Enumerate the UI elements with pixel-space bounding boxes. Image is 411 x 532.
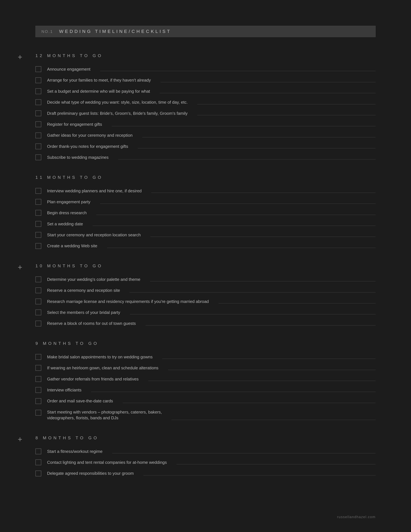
item-underline <box>100 71 375 71</box>
section-11-months: 11 MONTHS TO GOInterview wedding planner… <box>36 175 375 249</box>
item-text: Draft preliminary guest lists: Bride's, … <box>47 110 188 116</box>
checkbox[interactable] <box>36 77 41 83</box>
plus-icon-10-months[interactable]: + <box>18 263 22 271</box>
item-underline <box>130 292 375 293</box>
header-title: No.1 WEDDING TIMELINE/CHECKLIST <box>41 29 171 34</box>
section-12-months: +12 MONTHS TO GOAnnounce engagementArran… <box>36 53 375 161</box>
checkbox[interactable] <box>36 188 41 194</box>
item-underline <box>123 403 375 403</box>
item-underline <box>160 82 375 82</box>
list-item: Arrange for your families to meet, if th… <box>36 77 375 83</box>
list-item: Start meeting with vendors – photographe… <box>36 409 375 421</box>
item-text: Determine your wedding's color palette a… <box>47 276 140 282</box>
checkbox[interactable] <box>36 321 41 326</box>
footer-text: russellandhazel.com <box>337 515 375 519</box>
plus-icon-12-months[interactable]: + <box>18 53 22 61</box>
checkbox[interactable] <box>36 210 41 216</box>
list-item: Subscribe to wedding magazines <box>36 154 375 160</box>
item-text: Announce engagement <box>47 66 90 72</box>
checkbox[interactable] <box>36 299 41 304</box>
list-item: Register for engagement gifts <box>36 121 375 127</box>
checkbox[interactable] <box>36 471 41 476</box>
item-underline <box>142 137 375 137</box>
list-item: Research marriage license and residency … <box>36 299 375 304</box>
item-underline <box>150 281 375 281</box>
item-text: Set a wedding date <box>47 221 83 227</box>
list-item: Start a fitness/workout regime <box>36 448 375 454</box>
checkbox[interactable] <box>36 110 41 116</box>
checkbox[interactable] <box>36 398 41 404</box>
checkbox[interactable] <box>36 410 41 416</box>
item-text: Make bridal salon appointments to try on… <box>47 354 153 360</box>
checkbox[interactable] <box>36 287 41 293</box>
list-item: Interview wedding planners and hire one,… <box>36 188 375 194</box>
checkbox[interactable] <box>36 365 41 371</box>
checkbox[interactable] <box>36 354 41 360</box>
checkbox[interactable] <box>36 143 41 149</box>
page: No.1 WEDDING TIMELINE/CHECKLIST +12 MONT… <box>0 0 411 532</box>
section-header-12-months: 12 MONTHS TO GO <box>36 53 375 58</box>
item-text: Interview wedding planners and hire one,… <box>47 188 142 194</box>
section-header-11-months: 11 MONTHS TO GO <box>36 175 375 180</box>
header-bar: No.1 WEDDING TIMELINE/CHECKLIST <box>36 26 375 37</box>
item-underline <box>151 193 375 193</box>
item-underline <box>100 204 375 204</box>
list-item: Gather ideas for your ceremony and recep… <box>36 132 375 138</box>
item-text: If wearing an heirloom gown, clean and s… <box>47 365 159 371</box>
item-text: Research marriage license and residency … <box>47 299 209 304</box>
item-text: Contact lighting and tent rental compani… <box>47 459 167 465</box>
checkbox[interactable] <box>36 133 41 138</box>
list-item: Delegate agreed responsibilities to your… <box>36 470 375 476</box>
item-text: Create a wedding Web site <box>47 243 97 249</box>
checkbox[interactable] <box>36 276 41 282</box>
list-item: Set a budget and determine who will be p… <box>36 88 375 94</box>
checkbox[interactable] <box>36 243 41 249</box>
section-header-9-months: 9 MONTHS TO GO <box>36 341 375 346</box>
checkbox[interactable] <box>36 459 41 465</box>
item-text: Subscribe to wedding magazines <box>47 154 109 160</box>
item-text: Start your ceremony and reception locati… <box>47 232 141 238</box>
section-8-months: +8 MONTHS TO GOStart a fitness/workout r… <box>36 436 375 476</box>
item-text: Reserve a ceremony and reception site <box>47 287 120 293</box>
item-underline <box>168 370 375 370</box>
item-underline <box>219 303 375 304</box>
list-item: Gather vendor referrals from friends and… <box>36 376 375 382</box>
header-text: WEDDING TIMELINE/CHECKLIST <box>59 29 171 34</box>
checkbox[interactable] <box>36 232 41 238</box>
item-text: Reserve a block of rooms for out of town… <box>47 321 136 326</box>
item-underline <box>143 475 375 475</box>
item-underline <box>112 453 375 453</box>
item-underline <box>177 464 375 464</box>
checkbox[interactable] <box>36 376 41 382</box>
item-text: Order and mail save-the-date cards <box>47 398 113 404</box>
checkbox[interactable] <box>36 199 41 205</box>
checkbox[interactable] <box>36 121 41 127</box>
list-item: Contact lighting and tent rental compani… <box>36 459 375 465</box>
list-item: Draft preliminary guest lists: Bride's, … <box>36 110 375 116</box>
list-item: Determine your wedding's color palette a… <box>36 276 375 282</box>
checkbox[interactable] <box>36 99 41 105</box>
checkbox[interactable] <box>36 154 41 160</box>
item-text: Plan engagement party <box>47 199 90 205</box>
list-item: Start your ceremony and reception locati… <box>36 232 375 238</box>
item-underline <box>138 148 375 148</box>
item-text: Set a budget and determine who will be p… <box>47 88 150 94</box>
checkbox[interactable] <box>36 448 41 454</box>
list-item: Order and mail save-the-date cards <box>36 398 375 404</box>
checkbox[interactable] <box>36 387 41 393</box>
list-item: Decide what type of wedding you want: st… <box>36 99 375 105</box>
item-underline <box>107 248 375 248</box>
checkbox[interactable] <box>36 88 41 94</box>
list-item: Plan engagement party <box>36 199 375 205</box>
item-text: Delegate agreed responsibilities to your… <box>47 470 134 476</box>
list-item: Order thank-you notes for engagement gif… <box>36 143 375 149</box>
checkbox[interactable] <box>36 66 41 72</box>
plus-icon-8-months[interactable]: + <box>18 436 22 443</box>
item-text: Register for engagement gifts <box>47 121 102 127</box>
checkbox[interactable] <box>36 221 41 227</box>
list-item: Begin dress research <box>36 210 375 216</box>
item-underline <box>130 314 375 314</box>
section-header-10-months: 10 MONTHS TO GO <box>36 263 375 268</box>
item-underline <box>148 381 375 381</box>
checkbox[interactable] <box>36 310 41 315</box>
